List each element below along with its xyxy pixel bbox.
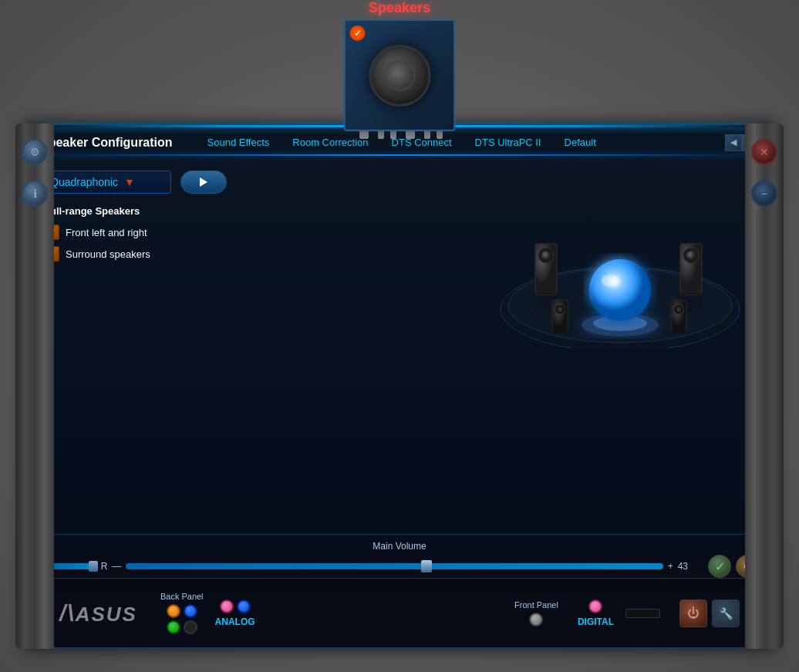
volume-label: Main Volume <box>40 541 759 552</box>
digital-port[interactable] <box>625 609 660 618</box>
main-panel: Speaker Configuration Sound Effects Room… <box>23 123 776 649</box>
content-area: Quadraphonic ▼ Full-range Speakers ✓ Fro… <box>25 159 774 367</box>
info-icon: ℹ <box>33 187 37 200</box>
info-button[interactable]: ℹ <box>22 181 48 207</box>
svg-point-23 <box>676 307 681 312</box>
speaker-cone <box>384 60 415 91</box>
back-panel-row2 <box>167 620 197 634</box>
svg-rect-24 <box>673 329 685 333</box>
dropdown-row: Quadraphonic ▼ <box>40 171 474 194</box>
play-icon <box>200 177 207 187</box>
analog-connector-pink[interactable] <box>220 599 234 613</box>
front-connector-gray[interactable] <box>529 613 543 626</box>
analog-section: ANALOG <box>215 599 255 627</box>
right-side-panel: ✕ − <box>745 123 784 649</box>
checkbox-surround-label: Surround speakers <box>66 248 150 260</box>
back-connector-empty <box>184 620 197 634</box>
settings2-icon: 🔧 <box>720 607 733 620</box>
minimize-button[interactable]: − <box>751 181 777 207</box>
back-panel-row1 <box>167 604 197 618</box>
vol-slider-left[interactable] <box>50 563 96 569</box>
speaker-select-checkbox[interactable]: ✓ <box>350 25 366 41</box>
speaker-popup-title: Speakers <box>369 0 430 16</box>
back-panel-connectors <box>167 604 197 634</box>
vol-thumb-main <box>421 560 432 572</box>
svg-point-4 <box>541 251 551 260</box>
svg-rect-20 <box>554 329 566 333</box>
front-panel-label: Front Panel <box>514 600 558 610</box>
checkbox-surround: ✓ Surround speakers <box>44 246 474 262</box>
back-panel-section: Back Panel <box>160 592 204 634</box>
settings2-button[interactable]: 🔧 <box>712 599 740 627</box>
front-panel-section: Front Panel <box>514 600 558 626</box>
svg-rect-5 <box>537 290 555 296</box>
speaker-image-box[interactable]: ✓ <box>344 19 456 131</box>
digital-connector[interactable] <box>588 599 602 613</box>
play-button[interactable] <box>180 171 227 194</box>
back-connector-green[interactable] <box>167 620 180 634</box>
power-button[interactable]: ⏻ <box>679 599 707 627</box>
speaker-popup: Speakers ✓ <box>344 0 456 131</box>
check-icon: ✓ <box>715 559 725 574</box>
asus-logo-text: /\ <box>59 600 76 626</box>
svg-point-16 <box>602 275 620 287</box>
bottom-panel: /\ASUS Back Panel ANALOG <box>48 578 751 647</box>
left-controls: Quadraphonic ▼ Full-range Speakers ✓ Fro… <box>40 171 474 356</box>
asus-text: ASUS <box>76 603 137 626</box>
close-icon: ✕ <box>760 146 769 158</box>
speaker-viz-svg <box>489 171 751 348</box>
checkbox-front-label: Front left and right <box>66 227 147 238</box>
analog-label: ANALOG <box>215 616 255 627</box>
left-side-panel: ⚙ ℹ <box>15 123 54 649</box>
fullrange-label: Full-range Speakers <box>44 205 474 217</box>
svg-point-9 <box>686 251 696 260</box>
asus-logo: /\ASUS <box>59 600 137 626</box>
settings-icon: ⚙ <box>30 146 40 158</box>
front-panel-connectors <box>529 613 543 626</box>
svg-point-15 <box>591 261 649 319</box>
settings-button[interactable]: ⚙ <box>22 139 48 165</box>
checkbox-front: ✓ Front left and right <box>44 225 474 240</box>
minus-icon: − <box>761 187 767 200</box>
analog-connector-blue2[interactable] <box>237 599 251 613</box>
dropdown-value: Quadraphonic <box>50 176 118 188</box>
vol-thumb-left <box>89 561 98 572</box>
close-button[interactable]: ✕ <box>751 139 777 165</box>
digital-label: DIGITAL <box>578 616 614 627</box>
volume-area: Main Volume L R — + 43 ✓ ↺ <box>40 534 759 578</box>
back-connector-blue[interactable] <box>184 604 197 618</box>
digital-section: DIGITAL <box>578 599 614 627</box>
back-panel-label: Back Panel <box>160 592 204 601</box>
vol-plus-sign: + <box>668 561 673 572</box>
vol-slider-main[interactable] <box>126 563 662 569</box>
tab-glow-line <box>25 154 774 156</box>
svg-point-19 <box>558 307 562 312</box>
dropdown-arrow-icon: ▼ <box>124 176 135 188</box>
bottom-right-buttons: ⏻ 🔧 <box>679 599 740 627</box>
back-connector-orange[interactable] <box>167 604 180 618</box>
vol-r-label: R <box>101 561 108 572</box>
volume-controls: L R — + 43 ✓ ↺ <box>40 555 759 578</box>
digital-port-area <box>625 609 660 618</box>
power-icon: ⏻ <box>687 606 700 620</box>
speaker-icon <box>369 45 430 106</box>
speaker-config-dropdown[interactable]: Quadraphonic ▼ <box>40 171 171 194</box>
analog-row1 <box>220 599 251 613</box>
vol-value: 43 <box>678 561 688 572</box>
vol-check-button[interactable]: ✓ <box>708 555 731 578</box>
speaker-visualization <box>489 171 759 356</box>
svg-rect-10 <box>682 290 700 296</box>
